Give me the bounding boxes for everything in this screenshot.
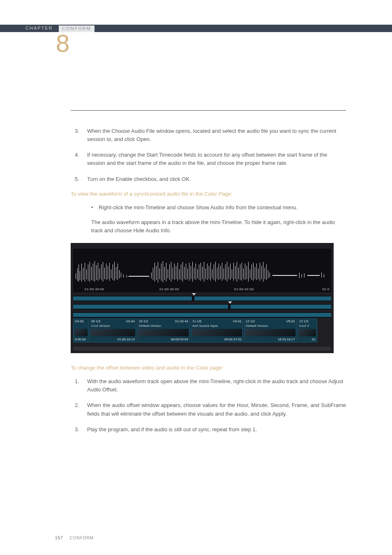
step-text: When the audio offset window appears, ch… [87, 401, 346, 418]
clip-subtitle: Default Version [139, 324, 161, 328]
svg-rect-93 [251, 264, 252, 280]
svg-rect-45 [173, 268, 173, 279]
svg-rect-7 [86, 269, 87, 279]
svg-rect-90 [247, 266, 247, 279]
step: 3.When the Choose Audio File window open… [71, 127, 346, 143]
svg-rect-36 [158, 262, 158, 282]
divider [71, 110, 346, 111]
step-text: With the audio waveform track open above… [87, 377, 346, 394]
svg-rect-104 [270, 273, 270, 278]
svg-rect-41 [166, 263, 166, 282]
svg-rect-52 [184, 267, 184, 279]
svg-rect-109 [307, 275, 320, 276]
svg-rect-2 [78, 264, 79, 282]
clip: V3-030:00:00 [73, 319, 89, 342]
clip-subtitle: Cool Version [91, 324, 110, 328]
svg-rect-105 [272, 275, 297, 276]
clip: 11 1/6V4-01Add Source Input09:06:37:02 [191, 319, 243, 342]
timeline-track-3 [73, 312, 331, 318]
svg-rect-92 [250, 269, 250, 278]
svg-rect-64 [204, 262, 204, 282]
timecode-label: 01:00:30:00 [85, 287, 104, 291]
svg-rect-22 [111, 269, 111, 278]
marker-icon [228, 301, 232, 304]
svg-rect-50 [181, 264, 181, 280]
svg-rect-78 [227, 262, 227, 282]
svg-rect-10 [91, 267, 92, 280]
svg-rect-3 [80, 271, 80, 280]
svg-rect-29 [123, 274, 124, 278]
svg-rect-107 [302, 274, 302, 278]
paragraph: The audio waveform appears in a track ab… [71, 218, 346, 235]
svg-rect-31 [129, 276, 149, 277]
clip-version: V5-01 [286, 319, 295, 323]
clip-thumbnail [74, 329, 88, 336]
svg-rect-34 [154, 263, 155, 282]
clip-timecode: 01:00:16:14 [118, 338, 135, 341]
svg-rect-49 [179, 269, 180, 279]
svg-rect-89 [245, 264, 245, 280]
svg-rect-76 [224, 268, 224, 279]
svg-rect-98 [260, 263, 260, 281]
bullet-dot-icon: • [91, 204, 99, 212]
clip-thumbnail [91, 329, 135, 336]
clip-version: V1-03 44 [175, 319, 188, 323]
svg-rect-12 [95, 261, 95, 282]
timecode-label: 01:00:36:00 [159, 287, 179, 291]
svg-rect-5 [83, 268, 83, 280]
svg-rect-96 [256, 264, 257, 280]
clip-subtitle: Add Source Input [192, 324, 218, 328]
svg-rect-71 [215, 262, 216, 282]
svg-rect-106 [299, 273, 300, 278]
clip-index: V3-03 [75, 319, 87, 323]
svg-rect-15 [99, 268, 100, 279]
timecode-label: 01:0 [322, 287, 330, 291]
svg-rect-57 [192, 262, 193, 282]
svg-rect-25 [116, 267, 116, 279]
page-content: 3.When the Choose Audio File window open… [71, 110, 346, 441]
step-number: 1. [71, 377, 87, 394]
svg-rect-21 [109, 263, 110, 281]
svg-rect-51 [182, 262, 183, 282]
svg-rect-72 [217, 268, 217, 279]
svg-rect-20 [108, 266, 108, 279]
clip-subtitle: Cool V [299, 324, 309, 328]
svg-rect-54 [187, 268, 188, 279]
svg-rect-102 [266, 264, 267, 280]
svg-rect-80 [230, 264, 231, 280]
step-number: 4. [71, 151, 87, 167]
footer-section: CONFORM [69, 536, 94, 540]
svg-rect-42 [168, 269, 168, 278]
svg-rect-99 [261, 266, 262, 279]
subhead-view-waveform: To view the waveform of a synchronized a… [71, 191, 346, 197]
svg-rect-47 [176, 266, 176, 279]
svg-rect-23 [113, 264, 113, 280]
clip: 10 1/2V1-03 44Default Version06:09:53:04 [137, 319, 190, 342]
clip-timecode: 18:33:16:17 [278, 338, 295, 341]
svg-rect-38 [161, 264, 161, 281]
svg-rect-75 [222, 263, 222, 281]
marker-icon [192, 293, 196, 296]
timecode-label: 01:00:42:00 [234, 287, 254, 291]
svg-rect-55 [189, 263, 189, 281]
svg-rect-24 [114, 262, 115, 281]
svg-rect-103 [268, 270, 268, 278]
svg-rect-65 [205, 268, 206, 279]
svg-rect-27 [119, 270, 120, 278]
clips-row: V3-030:00:0009 1/3V2-04Cool Version01:00… [73, 319, 331, 342]
svg-rect-0 [76, 273, 76, 279]
svg-rect-62 [201, 263, 201, 281]
clip-thumbnail [192, 329, 242, 336]
svg-rect-110 [321, 273, 322, 278]
svg-rect-48 [178, 263, 178, 281]
svg-rect-77 [225, 264, 226, 280]
svg-rect-19 [106, 264, 106, 280]
subhead-change-offset: To change the offset between video and a… [71, 365, 346, 371]
svg-rect-26 [118, 264, 118, 280]
svg-rect-11 [93, 264, 93, 281]
svg-rect-60 [197, 269, 198, 278]
svg-rect-86 [240, 264, 240, 280]
svg-rect-44 [171, 262, 171, 282]
svg-rect-69 [212, 269, 212, 278]
svg-rect-16 [101, 264, 101, 280]
